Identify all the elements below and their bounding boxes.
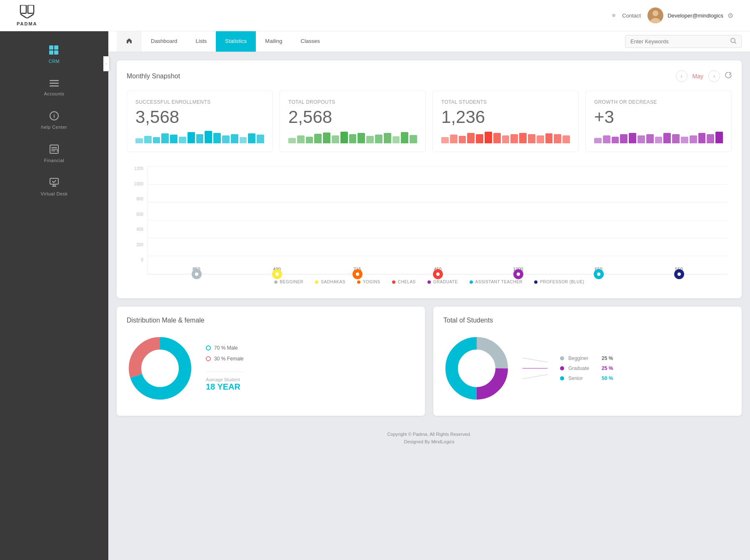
- stat-value-growth: +3: [594, 108, 723, 126]
- bar-knob-graduate: [513, 269, 523, 279]
- page-content: Monthly Snapshot ‹ May ›: [108, 52, 750, 424]
- legend-dot-assistant: [470, 280, 473, 284]
- legend-chelas: CHELAS: [392, 280, 416, 284]
- legend-label-professor: PROFESSOR (BLUE): [540, 280, 584, 284]
- legend-dot-begginer: [274, 280, 278, 284]
- avatar: [648, 8, 663, 23]
- stat-card-growth: Growth or Decrease +3: [585, 90, 732, 152]
- y-label-400: 400: [131, 227, 143, 232]
- total-pct-graduate: 25 %: [602, 365, 613, 371]
- svg-rect-0: [20, 5, 26, 13]
- svg-rect-15: [51, 147, 57, 148]
- logo-text: PADMA: [17, 21, 38, 26]
- y-label-200: 200: [131, 242, 143, 247]
- label-male: 70 % Male: [214, 345, 238, 351]
- avg-student-label: Average Student: [206, 377, 244, 382]
- legend-label-chelas: CHELAS: [398, 280, 416, 284]
- nav-item-mailing[interactable]: Mailing: [256, 31, 291, 52]
- mini-bars-enrollments: [135, 131, 264, 143]
- financial-icon: [50, 145, 59, 156]
- nav-item-statistics[interactable]: Statistics: [216, 31, 256, 52]
- user-name: Developer@mindlogics: [668, 12, 723, 19]
- stat-label-growth: Growth or Decrease: [594, 99, 723, 105]
- total-donut-legend: Begginer 25 % Graduate 25 % Senior: [560, 355, 613, 381]
- refresh-button[interactable]: [725, 72, 732, 80]
- status-dot: [612, 14, 615, 17]
- svg-rect-10: [50, 83, 59, 84]
- label-female: 30 % Female: [214, 356, 244, 362]
- svg-line-29: [522, 375, 548, 379]
- top-right: Contact Developer@mindlogics ⚙: [612, 8, 733, 23]
- svg-rect-18: [50, 178, 58, 184]
- nav-label-mailing: Mailing: [265, 38, 282, 44]
- virtualdesk-icon: [50, 178, 59, 190]
- sidebar-item-label-accounts: Accounts: [44, 91, 64, 96]
- legend-female: 30 % Female: [206, 356, 244, 362]
- chart-grid: 1200 1000 800 600 400 200 0: [131, 166, 728, 275]
- stat-card-students: Total Students 1,236: [432, 90, 579, 152]
- legend-label-begginer: BEGGINER: [280, 280, 304, 284]
- sidebar-item-help[interactable]: i help Center: [0, 105, 108, 135]
- legend-dot-yogins: [357, 280, 360, 284]
- legend-begginer: BEGGINER: [274, 280, 304, 284]
- logo-area: PADMA: [17, 5, 38, 26]
- bar-knob-begginer: [192, 269, 202, 279]
- nav-label-dashboard: Dashboard: [151, 38, 178, 44]
- nav-bar: Dashboard Lists Statistics Mailing Class…: [108, 31, 750, 52]
- bars-group: 850 490: [148, 166, 728, 274]
- sidebar-item-virtualdesk[interactable]: Virtual Desk: [0, 172, 108, 202]
- nav-item-home[interactable]: [117, 31, 142, 52]
- legend-label-yogins: YOGINS: [363, 280, 380, 284]
- y-label-1000: 1000: [131, 182, 143, 186]
- accounts-icon: [50, 79, 59, 90]
- sidebar-item-label-help: help Center: [41, 125, 67, 130]
- svg-rect-17: [51, 150, 55, 151]
- bar-knob-yogins: [352, 269, 362, 279]
- svg-rect-16: [51, 149, 57, 150]
- total-dot-graduate: [560, 366, 564, 370]
- nav-item-dashboard[interactable]: Dashboard: [142, 31, 187, 52]
- total-dot-begginer: [560, 356, 564, 360]
- total-label-begginer: Begginer: [568, 355, 598, 361]
- user-area[interactable]: Developer@mindlogics ⚙: [648, 8, 733, 23]
- donut-connector: [522, 348, 548, 389]
- sidebar-toggle[interactable]: ‹: [103, 56, 109, 71]
- card-header: Monthly Snapshot ‹ May ›: [127, 70, 732, 82]
- donut-distribution: [127, 335, 193, 402]
- nav-item-lists[interactable]: Lists: [187, 31, 216, 52]
- top-bar: PADMA Contact Developer@mindlogics ⚙: [0, 0, 750, 31]
- legend-dot-chelas: [392, 280, 395, 284]
- donut-total-students: [443, 335, 510, 402]
- search-button[interactable]: [730, 38, 736, 45]
- svg-point-3: [652, 10, 658, 16]
- footer-line2: Designed By MindLogics: [115, 438, 743, 446]
- total-students-card: Total of Students: [433, 307, 742, 416]
- month-next-button[interactable]: ›: [708, 70, 720, 82]
- month-prev-button[interactable]: ‹: [676, 70, 688, 82]
- donut-legend-distribution: 70 % Male 30 % Female Average Student 18…: [206, 345, 244, 392]
- mini-bars-growth: [594, 131, 723, 143]
- bar-chart: 1200 1000 800 600 400 200 0: [127, 162, 732, 288]
- gear-icon[interactable]: ⚙: [728, 12, 733, 20]
- legend-dot-sadhakas: [315, 280, 318, 284]
- month-label: May: [692, 73, 703, 80]
- search-input[interactable]: [630, 38, 727, 45]
- nav-item-classes[interactable]: Classes: [292, 31, 329, 52]
- legend-sadhakas: SADHAKAS: [315, 280, 345, 284]
- total-legend-graduate: Graduate 25 %: [560, 365, 613, 371]
- y-label-1200: 1200: [131, 166, 143, 171]
- y-label-800: 800: [131, 197, 143, 201]
- sidebar-item-crm[interactable]: CRM: [0, 40, 108, 70]
- stat-card-dropouts: Total Dropouts 2,568: [280, 90, 426, 152]
- footer-line1: Copyright © Padma, All Rights Reserved.: [115, 431, 743, 438]
- legend-male: 70 % Male: [206, 345, 244, 351]
- sidebar-item-accounts[interactable]: Accounts: [0, 73, 108, 102]
- nav-search[interactable]: [625, 35, 742, 48]
- sidebar-item-financial[interactable]: Financial: [0, 139, 108, 169]
- bar-knob-assistant: [594, 269, 604, 279]
- svg-rect-11: [50, 85, 59, 87]
- donut-container-total: Begginer 25 % Graduate 25 % Senior: [443, 331, 732, 406]
- help-icon: i: [50, 111, 59, 123]
- mini-bars-dropouts: [288, 131, 417, 143]
- svg-rect-6: [54, 45, 58, 50]
